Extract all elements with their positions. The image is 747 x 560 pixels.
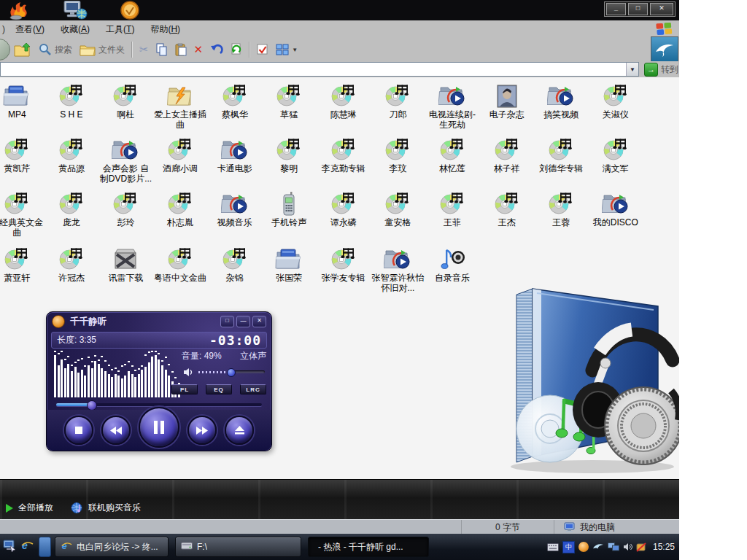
file-icon-item[interactable]: 王蓉 <box>534 188 589 238</box>
folders-button[interactable]: 文件夹 <box>76 42 128 58</box>
pause-button[interactable] <box>139 407 179 448</box>
player-window[interactable]: 千千静听 □ — ✕ 长度: 3:35 -03:00 音量: 49% 立体声 <box>46 311 272 451</box>
player-titlebar[interactable]: 千千静听 □ — ✕ <box>47 312 271 331</box>
tray-ttplayer-icon[interactable] <box>578 542 589 552</box>
file-icon-item[interactable]: 电子杂志 <box>479 80 534 130</box>
file-icon-item[interactable]: 电视连续剧-生死劫 <box>425 80 480 130</box>
menu-item[interactable]: 查看(V) <box>7 20 53 39</box>
quick-launch-divider[interactable] <box>39 537 51 557</box>
file-icon-item[interactable]: S H E <box>44 80 99 130</box>
file-icon-item[interactable]: 讯雷下载 <box>98 244 153 293</box>
volume-slider[interactable] <box>198 368 265 376</box>
file-icon-item[interactable]: 卡通电影 <box>207 134 262 184</box>
file-icon-item[interactable]: 童安格 <box>371 188 425 238</box>
file-icon-item[interactable]: 自录音乐 <box>425 244 480 293</box>
player-minimize-button[interactable]: — <box>236 316 250 327</box>
undo-button[interactable] <box>206 42 227 57</box>
lrc-button[interactable]: LRC <box>240 384 266 394</box>
file-icon-item[interactable]: 王杰 <box>479 188 534 238</box>
stop-button[interactable] <box>64 416 93 445</box>
tray-network-icon[interactable] <box>608 542 619 551</box>
file-icon-item[interactable]: 粤语中文金曲 <box>153 244 208 293</box>
file-icon-item[interactable]: 黄品源 <box>44 134 99 184</box>
player-restore-button[interactable]: □ <box>220 316 234 327</box>
play-all-button[interactable]: 全部播放 <box>6 502 53 514</box>
file-icon-item[interactable]: MP4 <box>0 80 44 130</box>
network-computer-icon[interactable] <box>61 1 88 23</box>
file-icon-item[interactable]: 彭玲 <box>98 188 153 238</box>
file-icon-item[interactable]: 刀郎 <box>371 80 425 130</box>
file-icon-item[interactable]: 张国荣 <box>262 244 317 293</box>
seek-slider-knob[interactable] <box>87 400 97 411</box>
eq-button[interactable]: EQ <box>206 384 232 394</box>
file-icon-item[interactable]: 手机铃声 <box>262 188 317 238</box>
tray-keyboard-icon[interactable] <box>547 543 559 551</box>
file-icon-item[interactable]: 谭永磷 <box>317 188 371 238</box>
tray-volume-icon[interactable] <box>623 542 632 551</box>
validate-button[interactable] <box>253 42 272 57</box>
file-icon-item[interactable]: 我的DISCO <box>589 188 643 238</box>
file-icon-item[interactable]: 美经典英文金曲 <box>0 188 44 238</box>
back-button-fragment[interactable] <box>0 39 10 61</box>
file-icon-item[interactable]: 草猛 <box>262 80 317 130</box>
task-button[interactable]: - 热浪 - 千千静听 gd... <box>308 537 429 557</box>
delete-button[interactable]: ✕ <box>190 42 207 58</box>
address-combobox[interactable]: ▼ <box>0 62 639 77</box>
pl-button[interactable]: PL <box>171 384 198 394</box>
file-icon-item[interactable]: 啊杜 <box>98 80 153 130</box>
ie-launch-icon[interactable]: e <box>20 540 34 554</box>
file-icon-item[interactable]: 视频音乐 <box>207 188 262 238</box>
ttplayer-ball-icon[interactable] <box>120 1 140 23</box>
minimize-button[interactable]: _ <box>606 3 626 15</box>
rewind-button[interactable] <box>101 416 131 445</box>
flame-icon[interactable] <box>7 1 29 23</box>
paste-button[interactable] <box>171 42 190 58</box>
file-icon-item[interactable]: 蔡枫华 <box>207 80 262 130</box>
file-icon-item[interactable]: 黎明 <box>262 134 317 184</box>
file-icon-item[interactable]: 刘德华专辑 <box>534 134 589 184</box>
file-icon-item[interactable]: 张智霖许秋怡怀旧对... <box>371 244 425 293</box>
file-icon-item[interactable]: 酒廊小调 <box>153 134 208 184</box>
tray-ime-chinese-icon[interactable]: 中 <box>562 541 575 553</box>
show-desktop-icon[interactable] <box>3 540 17 555</box>
address-dropdown-button[interactable]: ▼ <box>626 63 638 76</box>
file-icon-item[interactable]: 会声会影 自制DVD影片... <box>98 134 153 184</box>
file-icon-item[interactable]: 搞笑视频 <box>534 80 589 130</box>
refresh-button[interactable] <box>227 42 246 58</box>
eject-button[interactable] <box>225 416 254 445</box>
player-close-button[interactable]: ✕ <box>252 316 266 327</box>
file-icon-item[interactable]: 许冠杰 <box>44 244 99 293</box>
file-icon-item[interactable]: 林子祥 <box>479 134 534 184</box>
file-icon-item[interactable]: 朴志胤 <box>153 188 208 238</box>
buy-music-online-button[interactable]: 联机购买音乐 <box>71 502 141 514</box>
file-icon-item[interactable]: 萧亚轩 <box>0 244 44 293</box>
up-folder-button[interactable] <box>10 41 35 58</box>
file-icon-item[interactable]: 爱上女主播插曲 <box>153 80 208 130</box>
task-button[interactable]: e电白同乡论坛 -> 终... <box>55 537 169 557</box>
file-icon-item[interactable]: 李玟 <box>371 134 425 184</box>
file-icon-item[interactable]: 满文军 <box>589 134 643 184</box>
copy-button[interactable] <box>152 42 171 58</box>
go-button[interactable]: → 转到 <box>644 63 678 77</box>
maximize-button[interactable]: □ <box>628 3 648 15</box>
tray-xunlei-icon[interactable] <box>592 542 604 552</box>
xunlei-bird-button[interactable] <box>651 36 678 62</box>
task-button[interactable]: F:\ <box>175 537 301 557</box>
menu-item[interactable]: 收藏(A) <box>53 20 98 39</box>
file-icon-item[interactable]: 李克勤专辑 <box>317 134 371 184</box>
taskbar-clock[interactable]: 15:25 <box>653 542 675 552</box>
menu-item[interactable]: 工具(T) <box>98 20 142 39</box>
forward-button[interactable] <box>187 416 217 445</box>
cut-button[interactable]: ✂ <box>136 42 152 58</box>
volume-slider-knob[interactable] <box>227 368 236 377</box>
search-button[interactable]: 搜索 <box>35 42 76 58</box>
file-icon-item[interactable]: 杂锦 <box>207 244 262 293</box>
file-icon-item[interactable]: 张学友专辑 <box>317 244 371 293</box>
file-icon-item[interactable]: 关淑仪 <box>589 80 643 130</box>
file-icon-item[interactable]: 黄凯芹 <box>0 134 44 184</box>
file-icon-item[interactable]: 庞龙 <box>44 188 99 238</box>
file-icon-item[interactable]: 林忆莲 <box>425 134 480 184</box>
close-button[interactable]: ✕ <box>650 3 673 15</box>
folder-content-area[interactable]: MP4 S H E 啊杜 爱上女主播插曲 蔡枫华 <box>0 77 679 479</box>
tray-antivirus-icon[interactable] <box>636 542 646 552</box>
